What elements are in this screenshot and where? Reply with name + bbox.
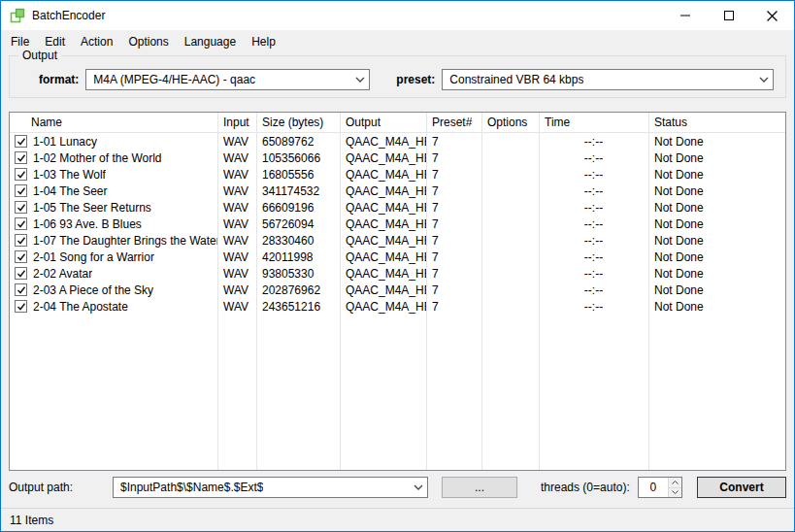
row-checkbox[interactable] (15, 300, 27, 313)
row-input: WAV (217, 249, 256, 265)
checkmark-icon (17, 269, 26, 279)
column-header-output[interactable]: Output (340, 113, 426, 132)
row-preset: 7 (426, 282, 481, 298)
row-checkbox[interactable] (15, 151, 27, 164)
row-input: WAV (217, 133, 256, 150)
row-preset: 7 (426, 232, 481, 249)
row-name-cell: 1-03 The Wolf (10, 166, 217, 183)
checkmark-icon (17, 137, 26, 147)
row-options (481, 249, 539, 265)
row-time: --:-- (539, 282, 648, 298)
stepper-down-button[interactable] (668, 487, 681, 498)
menu-options[interactable]: Options (120, 31, 176, 52)
preset-select[interactable]: Constrained VBR 64 kbps (442, 69, 774, 90)
row-name: 1-04 The Seer (33, 184, 108, 198)
row-checkbox[interactable] (15, 250, 27, 263)
table-row[interactable]: 1-05 The Seer ReturnsWAV66609196QAAC_M4A… (10, 199, 785, 216)
row-checkbox[interactable] (15, 201, 27, 214)
row-input: WAV (217, 265, 256, 282)
convert-button[interactable]: Convert (697, 477, 786, 498)
row-checkbox[interactable] (15, 234, 27, 247)
checkmark-icon (17, 203, 26, 213)
row-size: 105356066 (256, 150, 340, 166)
column-header-name[interactable]: Name (10, 113, 217, 132)
checkmark-icon (17, 170, 26, 180)
preset-selected-value: Constrained VBR 64 kbps (449, 73, 583, 86)
row-status: Not Done (648, 150, 785, 166)
row-preset: 7 (426, 199, 481, 216)
window-controls (663, 1, 794, 30)
row-size: 28330460 (256, 232, 340, 249)
row-options (481, 183, 539, 199)
row-checkbox[interactable] (15, 283, 27, 296)
menu-language[interactable]: Language (177, 31, 244, 52)
minimize-button[interactable] (663, 1, 707, 30)
row-options (481, 265, 539, 282)
title-bar[interactable]: BatchEncoder (1, 1, 794, 30)
output-path-label: Output path: (9, 481, 113, 494)
table-row[interactable]: 2-03 A Piece of the SkyWAV202876962QAAC_… (10, 282, 785, 298)
table-row[interactable]: 1-04 The SeerWAV341174532QAAC_M4A_HE7--:… (10, 183, 785, 199)
table-row[interactable]: 2-02 AvatarWAV93805330QAAC_M4A_HE7--:--N… (10, 265, 785, 282)
row-output: QAAC_M4A_HE (340, 265, 426, 282)
row-size: 341174532 (256, 183, 340, 199)
row-checkbox[interactable] (15, 168, 27, 181)
stepper-up-button[interactable] (668, 478, 681, 487)
format-select[interactable]: M4A (MPEG-4/HE-AAC) - qaac (85, 69, 370, 90)
row-size: 16805556 (256, 166, 340, 183)
table-row[interactable]: 1-02 Mother of the WorldWAV105356066QAAC… (10, 150, 785, 166)
stepper-buttons (668, 478, 681, 497)
row-options (481, 216, 539, 232)
table-row[interactable]: 1-07 The Daughter Brings the WaterWAV283… (10, 232, 785, 249)
table-row[interactable]: 2-04 The ApostateWAV243651216QAAC_M4A_HE… (10, 298, 785, 315)
table-row[interactable]: 1-01 LunacyWAV65089762QAAC_M4A_HE7--:--N… (10, 133, 785, 150)
row-checkbox[interactable] (15, 267, 27, 280)
row-status: Not Done (648, 133, 785, 150)
row-time: --:-- (539, 232, 648, 249)
column-header-preset-[interactable]: Preset# (426, 113, 481, 132)
maximize-button[interactable] (707, 1, 750, 30)
browse-button[interactable]: ... (442, 477, 517, 498)
chevron-down-icon (410, 484, 427, 490)
close-button[interactable] (750, 1, 794, 30)
column-header-size-bytes-[interactable]: Size (bytes) (256, 113, 340, 132)
column-header-options[interactable]: Options (481, 113, 539, 132)
row-output: QAAC_M4A_HE (340, 133, 426, 150)
column-header-status[interactable]: Status (648, 113, 785, 132)
output-path-value: $InputPath$\$Name$.$Ext$ (120, 481, 263, 494)
row-checkbox[interactable] (15, 184, 27, 197)
row-input: WAV (217, 298, 256, 315)
row-name-cell: 1-04 The Seer (10, 183, 217, 199)
chevron-down-icon (351, 77, 369, 83)
row-preset: 7 (426, 150, 481, 166)
output-path-combobox[interactable]: $InputPath$\$Name$.$Ext$ (113, 477, 428, 498)
row-checkbox[interactable] (15, 217, 27, 230)
threads-stepper[interactable]: 0 (638, 477, 682, 498)
row-status: Not Done (648, 216, 785, 232)
row-status: Not Done (648, 249, 785, 265)
file-table: NameInputSize (bytes)OutputPreset#Option… (9, 112, 786, 471)
table-row[interactable]: 2-01 Song for a WarriorWAV42011998QAAC_M… (10, 249, 785, 265)
row-name: 1-01 Lunacy (33, 135, 97, 149)
row-checkbox[interactable] (15, 135, 27, 148)
threads-label: threads (0=auto): (541, 481, 630, 494)
column-header-time[interactable]: Time (539, 113, 648, 132)
row-name: 1-05 The Seer Returns (33, 201, 151, 215)
row-options (481, 150, 539, 166)
row-preset: 7 (426, 265, 481, 282)
checkmark-icon (17, 153, 26, 163)
chevron-down-icon (672, 490, 679, 494)
row-name-cell: 1-02 Mother of the World (10, 150, 217, 166)
menu-action[interactable]: Action (73, 31, 120, 52)
row-status: Not Done (648, 282, 785, 298)
row-preset: 7 (426, 216, 481, 232)
row-name: 1-06 93 Ave. B Blues (33, 217, 142, 231)
row-input: WAV (217, 216, 256, 232)
row-time: --:-- (539, 166, 648, 183)
table-row[interactable]: 1-06 93 Ave. B BluesWAV56726094QAAC_M4A_… (10, 216, 785, 232)
menu-help[interactable]: Help (244, 31, 283, 52)
column-header-input[interactable]: Input (217, 113, 256, 132)
table-row[interactable]: 1-03 The WolfWAV16805556QAAC_M4A_HE7--:-… (10, 166, 785, 183)
row-size: 42011998 (256, 249, 340, 265)
checkmark-icon (17, 236, 26, 246)
